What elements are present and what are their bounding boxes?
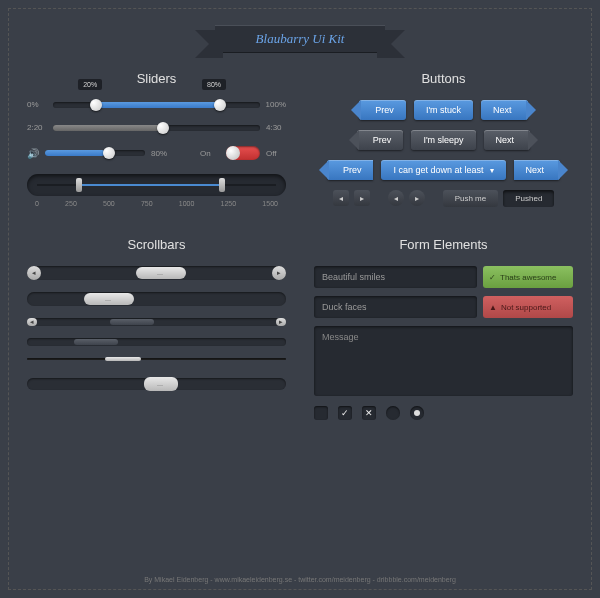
radio-selected[interactable] [410,406,424,420]
sb3-left-icon[interactable]: ◂ [27,318,37,326]
pushed-button[interactable]: Pushed [503,190,554,207]
slider3-val: 80% [151,149,171,158]
range-thumb-b[interactable] [219,178,225,192]
nav-next-round[interactable]: ▸ [409,190,425,206]
radio-empty[interactable] [386,406,400,420]
sb4-thumb[interactable] [74,339,118,345]
slider3[interactable] [45,150,145,156]
status-ok[interactable]: ✓Thats awesome [483,266,573,288]
checkbox-checked[interactable]: ✓ [338,406,352,420]
push-button[interactable]: Push me [443,190,499,207]
input-2[interactable]: Duck faces [314,296,477,318]
next-button-2[interactable]: Next [484,130,531,150]
next-button-3[interactable]: Next [514,160,561,180]
credits: By Mikael Eidenberg - www.mikaeleidenber… [9,576,591,583]
slider1-max: 100% [266,100,286,109]
scrollbar-3[interactable]: ◂ ▸ [27,318,286,326]
nav-prev-round[interactable]: ◂ [388,190,404,206]
sb6-thumb[interactable]: ⋯ [144,377,178,391]
sleepy-button[interactable]: I'm sleepy [411,130,475,150]
prev-button-1[interactable]: Prev [359,100,406,120]
status-err[interactable]: ▲Not supported [483,296,573,318]
sb1-right-icon[interactable]: ▸ [272,266,286,280]
slider1-thumb-a[interactable]: 20% [90,99,102,111]
toggle[interactable] [226,146,260,160]
slider1-thumb-b[interactable]: 80% [214,99,226,111]
message-textarea[interactable]: Message [314,326,573,396]
toggle-on-label: On [200,149,220,158]
slider2-left: 2:20 [27,123,47,132]
dropdown-button[interactable]: I can get down at least [381,160,505,180]
toggle-off-label: Off [266,149,286,158]
slider3-thumb[interactable] [103,147,115,159]
next-button-1[interactable]: Next [481,100,528,120]
sb3-thumb[interactable] [110,319,154,325]
nav-next-sq[interactable]: ▸ [354,190,370,206]
sb1-left-icon[interactable]: ◂ [27,266,41,280]
checkbox-empty[interactable] [314,406,328,420]
nav-prev-sq[interactable]: ◂ [333,190,349,206]
scrollbar-4[interactable] [27,338,286,346]
sb2-thumb[interactable]: ⋯ [84,293,134,305]
slider2-right: 4:30 [266,123,286,132]
prev-button-3[interactable]: Prev [327,160,374,180]
slider1-min: 0% [27,100,47,109]
slider1[interactable]: 20% 80% [53,102,260,108]
scrollbar-1[interactable]: ◂ ⋯ ▸ [27,266,286,280]
section-sliders: Sliders [27,71,286,86]
range-thumb-a[interactable] [76,178,82,192]
section-buttons: Buttons [314,71,573,86]
scrollbar-5[interactable] [27,358,286,360]
slider2-thumb[interactable] [157,122,169,134]
title-banner: Blaubarry Ui Kit [215,25,385,53]
check-icon: ✓ [489,273,496,282]
sb3-right-icon[interactable]: ▸ [276,318,286,326]
scrollbar-2[interactable]: ⋯ [27,292,286,306]
prev-button-2[interactable]: Prev [357,130,404,150]
range-slider[interactable] [27,174,286,196]
sb1-thumb[interactable]: ⋯ [136,267,186,279]
section-forms: Form Elements [314,237,573,252]
range-ticks: 0250500750100012501500 [27,200,286,207]
sb5-thumb[interactable] [105,357,141,361]
input-1[interactable]: Beautiful smiles [314,266,477,288]
stuck-button[interactable]: I'm stuck [414,100,473,120]
scrollbar-6[interactable]: ⋯ [27,378,286,390]
slider2[interactable] [53,125,260,131]
volume-icon: 🔊 [27,148,39,159]
section-scrollbars: Scrollbars [27,237,286,252]
warn-icon: ▲ [489,303,497,312]
checkbox-x[interactable]: ✕ [362,406,376,420]
